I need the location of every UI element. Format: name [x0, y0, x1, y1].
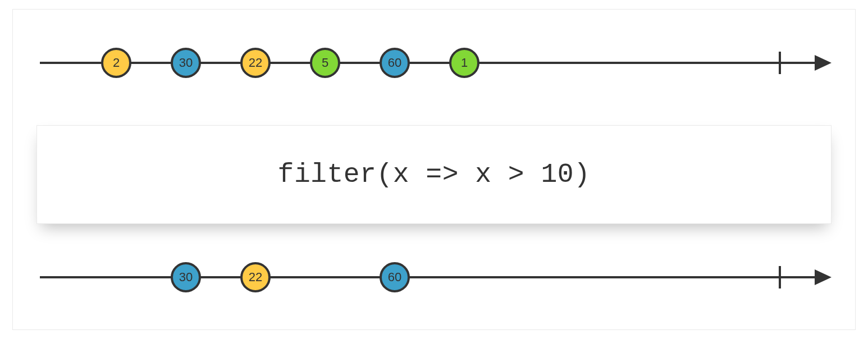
marble: 22 [240, 48, 271, 78]
source-timeline: 230225601 [13, 10, 855, 116]
marble: 2 [101, 48, 131, 78]
arrowhead-icon [815, 269, 832, 285]
diagram-panel: 230225601 filter(x => x > 10) 302260 [12, 9, 856, 330]
marble-diagram: 230225601 filter(x => x > 10) 302260 [0, 0, 868, 339]
marble: 5 [310, 48, 340, 78]
complete-tick [779, 266, 781, 288]
marble: 60 [380, 262, 410, 292]
operator-label: filter(x => x > 10) [278, 159, 591, 190]
marble: 22 [240, 262, 271, 292]
result-timeline: 302260 [13, 224, 855, 331]
marble: 1 [449, 48, 479, 78]
complete-tick [779, 52, 781, 74]
arrowhead-icon [815, 55, 832, 71]
timeline-line [40, 276, 829, 278]
marble: 30 [171, 262, 201, 292]
marble: 60 [380, 48, 410, 78]
marble: 30 [171, 48, 201, 78]
operator-box: filter(x => x > 10) [36, 125, 832, 224]
timeline-line [40, 62, 829, 64]
